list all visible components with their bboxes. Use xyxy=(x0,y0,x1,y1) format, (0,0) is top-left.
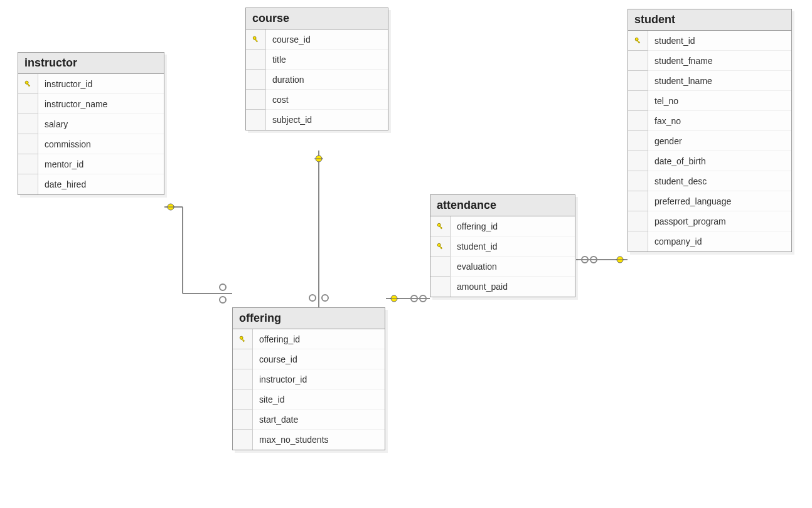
table-rows-student: student_idstudent_fnamestudent_lnametel_… xyxy=(628,31,791,251)
column-offering-site_id[interactable]: site_id xyxy=(233,389,385,410)
svg-point-10 xyxy=(309,295,316,301)
empty-key-cell xyxy=(628,191,648,211)
column-course-duration[interactable]: duration xyxy=(246,70,388,90)
empty-key-cell xyxy=(233,410,253,430)
column-student-gender[interactable]: gender xyxy=(628,131,791,151)
empty-key-cell xyxy=(18,94,38,114)
primary-key-icon xyxy=(436,222,445,231)
column-label: subject_id xyxy=(266,110,388,130)
pk-indicator xyxy=(628,31,648,51)
empty-key-cell xyxy=(233,369,253,389)
column-label: instructor_id xyxy=(38,74,164,94)
column-instructor-salary[interactable]: salary xyxy=(18,114,164,134)
table-rows-offering: offering_idcourse_idinstructor_idsite_id… xyxy=(233,329,385,450)
column-student-passport_program[interactable]: passport_program xyxy=(628,211,791,231)
pk-indicator xyxy=(18,74,38,94)
column-offering-instructor_id[interactable]: instructor_id xyxy=(233,369,385,389)
column-instructor-instructor_id[interactable]: instructor_id xyxy=(18,74,164,94)
column-student-company_id[interactable]: company_id xyxy=(628,231,791,251)
pk-indicator xyxy=(233,329,253,349)
svg-point-8 xyxy=(220,297,226,303)
column-attendance-evaluation[interactable]: evaluation xyxy=(430,257,575,277)
column-label: instructor_name xyxy=(38,94,164,114)
column-attendance-offering_id[interactable]: offering_id xyxy=(430,216,575,236)
pk-indicator xyxy=(430,236,451,257)
table-title-student: student xyxy=(628,9,791,31)
empty-key-cell xyxy=(430,257,451,277)
column-label: student_lname xyxy=(648,71,791,91)
svg-point-14 xyxy=(420,295,426,302)
table-title-instructor: instructor xyxy=(18,53,164,74)
column-label: date_hired xyxy=(38,174,164,194)
column-offering-start_date[interactable]: start_date xyxy=(233,410,385,430)
table-instructor[interactable]: instructor instructor_idinstructor_names… xyxy=(18,52,164,195)
empty-key-cell xyxy=(628,111,648,131)
column-label: passport_program xyxy=(648,211,791,231)
svg-point-7 xyxy=(220,284,226,290)
table-title-attendance: attendance xyxy=(430,195,575,216)
primary-key-icon xyxy=(24,80,33,88)
column-student-student_lname[interactable]: student_lname xyxy=(628,71,791,91)
column-instructor-mentor_id[interactable]: mentor_id xyxy=(18,154,164,174)
column-label: commission xyxy=(38,134,164,154)
column-student-fax_no[interactable]: fax_no xyxy=(628,111,791,131)
column-course-subject_id[interactable]: subject_id xyxy=(246,110,388,130)
empty-key-cell xyxy=(246,90,266,110)
primary-key-icon xyxy=(436,242,445,251)
table-course[interactable]: course course_idtitledurationcostsubject… xyxy=(245,8,388,130)
svg-point-17 xyxy=(590,257,597,263)
column-offering-course_id[interactable]: course_id xyxy=(233,349,385,369)
column-student-student_id[interactable]: student_id xyxy=(628,31,791,51)
column-attendance-student_id[interactable]: student_id xyxy=(430,236,575,257)
column-student-date_of_birth[interactable]: date_of_birth xyxy=(628,151,791,171)
column-instructor-instructor_name[interactable]: instructor_name xyxy=(18,94,164,114)
column-student-student_fname[interactable]: student_fname xyxy=(628,51,791,71)
primary-key-icon xyxy=(238,335,247,344)
table-attendance[interactable]: attendance offering_idstudent_idevaluati… xyxy=(430,194,575,297)
table-title-offering: offering xyxy=(233,308,385,329)
column-student-tel_no[interactable]: tel_no xyxy=(628,91,791,111)
column-label: preferred_language xyxy=(648,191,791,211)
column-label: student_id xyxy=(451,236,575,257)
empty-key-cell xyxy=(18,114,38,134)
table-offering[interactable]: offering offering_idcourse_idinstructor_… xyxy=(232,307,385,450)
svg-point-11 xyxy=(322,295,328,301)
column-offering-offering_id[interactable]: offering_id xyxy=(233,329,385,349)
column-label: date_of_birth xyxy=(648,151,791,171)
empty-key-cell xyxy=(246,110,266,130)
empty-key-cell xyxy=(628,71,648,91)
empty-key-cell xyxy=(628,211,648,231)
column-attendance-amount_paid[interactable]: amount_paid xyxy=(430,277,575,297)
empty-key-cell xyxy=(233,430,253,450)
column-label: site_id xyxy=(253,389,385,410)
column-label: mentor_id xyxy=(38,154,164,174)
empty-key-cell xyxy=(628,171,648,191)
column-student-preferred_language[interactable]: preferred_language xyxy=(628,191,791,211)
table-title-course: course xyxy=(246,8,388,29)
empty-key-cell xyxy=(246,50,266,70)
column-label: evaluation xyxy=(451,257,575,277)
column-label: offering_id xyxy=(253,329,385,349)
column-course-title[interactable]: title xyxy=(246,50,388,70)
column-label: gender xyxy=(648,131,791,151)
column-instructor-commission[interactable]: commission xyxy=(18,134,164,154)
column-label: course_id xyxy=(266,29,388,50)
column-offering-max_no_students[interactable]: max_no_students xyxy=(233,430,385,450)
er-diagram-canvas: instructor instructor_idinstructor_names… xyxy=(0,0,812,508)
column-course-cost[interactable]: cost xyxy=(246,90,388,110)
empty-key-cell xyxy=(628,151,648,171)
column-label: course_id xyxy=(253,349,385,369)
column-label: tel_no xyxy=(648,91,791,111)
pk-indicator xyxy=(246,29,266,50)
column-student-student_desc[interactable]: student_desc xyxy=(628,171,791,191)
column-label: duration xyxy=(266,70,388,90)
empty-key-cell xyxy=(246,70,266,90)
column-course-course_id[interactable]: course_id xyxy=(246,29,388,50)
column-label: company_id xyxy=(648,231,791,251)
column-instructor-date_hired[interactable]: date_hired xyxy=(18,174,164,194)
empty-key-cell xyxy=(233,349,253,369)
empty-key-cell xyxy=(430,277,451,297)
empty-key-cell xyxy=(628,91,648,111)
column-label: start_date xyxy=(253,410,385,430)
table-student[interactable]: student student_idstudent_fnamestudent_l… xyxy=(628,9,792,252)
